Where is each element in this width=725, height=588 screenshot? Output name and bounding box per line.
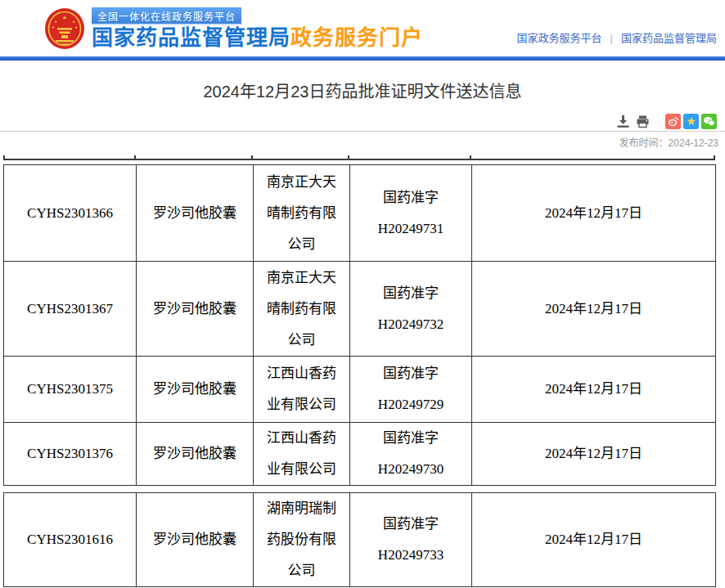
site-title-agency: 国家药品监督管理局 bbox=[92, 25, 290, 50]
approval-number-cell: 国药准字 H20249729 bbox=[350, 357, 472, 423]
tools-separator-line bbox=[0, 131, 725, 132]
printer-icon[interactable] bbox=[636, 114, 650, 128]
site-title-portal: 政务服务门户 bbox=[290, 25, 423, 50]
company-cell: 南京正大天晴制药有限公司 bbox=[254, 262, 350, 357]
site-brand: 全国一体化在线政务服务平台 国家药品监督管理局政务服务门户 bbox=[92, 7, 423, 50]
company-cell: 江西山香药业有限公司 bbox=[254, 423, 350, 486]
table-row: CYHS2301375 罗沙司他胶囊 江西山香药业有限公司 国药准字 H2024… bbox=[4, 357, 716, 423]
acceptance-number-cell: CYHS2301616 bbox=[4, 493, 137, 587]
share-weibo-icon[interactable] bbox=[665, 114, 681, 129]
table-row: CYHS2301366 罗沙司他胶囊 南京正大天晴制药有限公司 国药准字 H20… bbox=[4, 165, 716, 262]
delivery-info-table: CYHS2301366 罗沙司他胶囊 南京正大天晴制药有限公司 国药准字 H20… bbox=[3, 164, 716, 486]
nav-separator: | bbox=[610, 32, 613, 44]
delivery-info-table-continued: CYHS2301616 罗沙司他胶囊 湖南明瑞制药股份有限公司 国药准字 H20… bbox=[3, 492, 716, 587]
drug-name-cell: 罗沙司他胶囊 bbox=[137, 262, 254, 357]
company-cell: 南京正大天晴制药有限公司 bbox=[254, 165, 350, 262]
acceptance-number-cell: CYHS2301375 bbox=[4, 357, 137, 423]
approval-number-cell: 国药准字 H20249730 bbox=[350, 423, 472, 486]
acceptance-number-cell: CYHS2301367 bbox=[4, 262, 137, 357]
article-tools: ★ bbox=[0, 113, 725, 129]
delivery-date-cell: 2024年12月17日 bbox=[472, 493, 716, 587]
share-wechat-icon[interactable] bbox=[701, 114, 717, 129]
drug-name-cell: 罗沙司他胶囊 bbox=[137, 423, 254, 486]
svg-text:★: ★ bbox=[72, 20, 75, 24]
drug-name-cell: 罗沙司他胶囊 bbox=[137, 357, 254, 423]
svg-text:★: ★ bbox=[52, 25, 55, 29]
company-cell: 湖南明瑞制药股份有限公司 bbox=[254, 493, 350, 587]
previous-table-cut-edge bbox=[3, 159, 715, 160]
delivery-date-cell: 2024年12月17日 bbox=[472, 357, 716, 423]
svg-text:★: ★ bbox=[62, 15, 67, 20]
table-row: CYHS2301367 罗沙司他胶囊 南京正大天晴制药有限公司 国药准字 H20… bbox=[4, 262, 716, 357]
platform-badge: 全国一体化在线政务服务平台 bbox=[92, 7, 241, 25]
site-title: 国家药品监督管理局政务服务门户 bbox=[92, 25, 423, 50]
download-icon[interactable] bbox=[616, 114, 630, 128]
header-divider-bar bbox=[0, 56, 725, 61]
nav-link-gov-platform[interactable]: 国家政务服务平台 bbox=[517, 32, 602, 44]
table-zone: CYHS2301366 罗沙司他胶囊 南京正大天晴制药有限公司 国药准字 H20… bbox=[3, 159, 715, 588]
share-qzone-icon[interactable]: ★ bbox=[683, 114, 699, 129]
site-header: ★ ★ ★ ★ ★ 全国一体化在线政务服务平台 国家药品监督管理局政务服务门户 … bbox=[0, 0, 725, 56]
nav-link-nmpa[interactable]: 国家药品监督管理局 bbox=[621, 32, 717, 44]
delivery-date-cell: 2024年12月17日 bbox=[472, 262, 716, 357]
share-buttons: ★ bbox=[663, 114, 717, 129]
acceptance-number-cell: CYHS2301376 bbox=[4, 423, 137, 486]
company-cell: 江西山香药业有限公司 bbox=[254, 357, 350, 423]
approval-number-cell: 国药准字 H20249733 bbox=[350, 493, 472, 587]
delivery-date-cell: 2024年12月17日 bbox=[472, 165, 716, 262]
site-logo[interactable]: ★ ★ ★ ★ ★ 全国一体化在线政务服务平台 国家药品监督管理局政务服务门户 bbox=[44, 7, 423, 50]
approval-number-cell: 国药准字 H20249731 bbox=[350, 165, 472, 262]
publish-time: 发布时间：2024-12-23 bbox=[0, 135, 725, 149]
qzone-star-glyph: ★ bbox=[686, 114, 696, 129]
approval-number-cell: 国药准字 H20249732 bbox=[350, 262, 472, 357]
table-row: CYHS2301616 罗沙司他胶囊 湖南明瑞制药股份有限公司 国药准字 H20… bbox=[4, 493, 716, 587]
drug-name-cell: 罗沙司他胶囊 bbox=[137, 165, 254, 262]
page-title: 2024年12月23日药品批准证明文件送达信息 bbox=[0, 79, 725, 104]
delivery-date-cell: 2024年12月17日 bbox=[472, 423, 716, 486]
svg-text:★: ★ bbox=[74, 25, 78, 29]
table-row: CYHS2301376 罗沙司他胶囊 江西山香药业有限公司 国药准字 H2024… bbox=[4, 423, 716, 486]
acceptance-number-cell: CYHS2301366 bbox=[4, 165, 137, 262]
svg-text:★: ★ bbox=[54, 20, 57, 24]
china-national-emblem-icon: ★ ★ ★ ★ ★ bbox=[44, 7, 85, 50]
top-nav: 国家政务服务平台|国家药品监督管理局 bbox=[517, 29, 717, 45]
drug-name-cell: 罗沙司他胶囊 bbox=[137, 493, 254, 587]
